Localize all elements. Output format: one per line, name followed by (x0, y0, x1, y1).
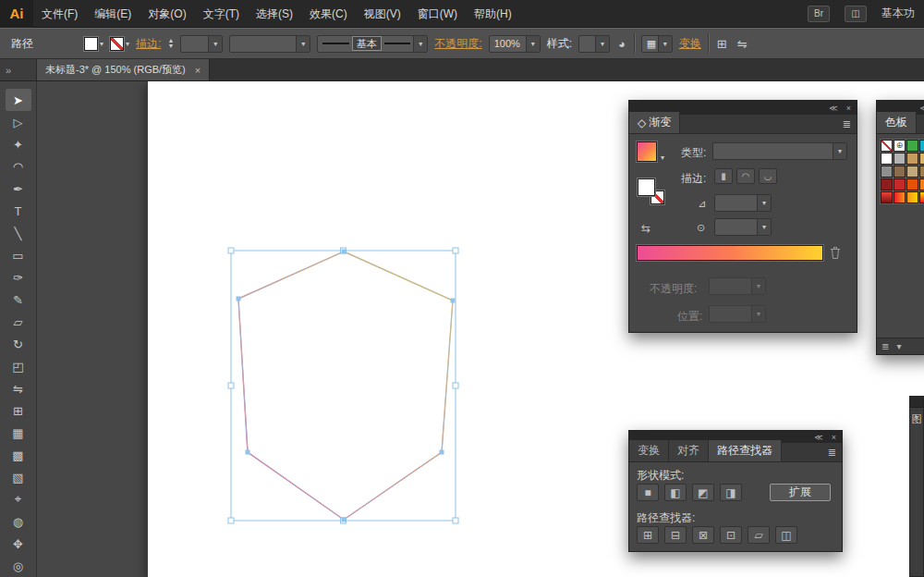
stroke-weight-stepper[interactable]: ▲▼ (167, 38, 174, 49)
reverse-gradient-icon[interactable]: ⇆ (641, 222, 650, 235)
minus-front-button[interactable]: ◧ (664, 484, 687, 501)
swatch-gradient-yellow-red[interactable] (919, 191, 924, 203)
arrange-documents-icon[interactable]: ◫ (845, 6, 867, 22)
swatch-brown[interactable] (894, 166, 906, 178)
tab-align[interactable]: 对齐 (669, 440, 709, 461)
perspective-grid-tool[interactable]: ▦ (6, 422, 31, 444)
paintbrush-tool[interactable]: ✑ (6, 266, 31, 288)
close-icon[interactable]: × (195, 65, 201, 76)
gradient-along-stroke-button[interactable]: ◠ (736, 168, 755, 184)
fill-color-control[interactable]: ▾ (84, 37, 103, 51)
fill-swatch[interactable] (84, 37, 98, 51)
gradient-aspect-dropdown[interactable]: ▾ (714, 218, 772, 236)
collapse-panel-icon[interactable]: ≪ (920, 104, 924, 113)
gradient-angle-dropdown[interactable]: ▾ (714, 194, 772, 212)
chevron-down-icon[interactable]: ▾ (413, 36, 427, 52)
tab-pathfinder[interactable]: 路径查找器 (709, 440, 782, 461)
pencil-tool[interactable]: ✎ (6, 288, 31, 311)
menu-item-2[interactable]: 对象(O) (140, 0, 194, 28)
chevron-down-icon[interactable]: ▾ (526, 36, 540, 52)
mesh-tool[interactable]: ▩ (6, 444, 31, 466)
document-setup-dropdown[interactable]: ▦ ▾ (641, 35, 673, 53)
chevron-down-icon[interactable]: ▾ (757, 195, 771, 211)
fill-proxy-swatch[interactable] (638, 178, 655, 196)
menu-item-3[interactable]: 文字(T) (195, 0, 248, 28)
panel-options-icon[interactable]: ▾ (896, 341, 901, 351)
swatch-cyan[interactable] (919, 140, 924, 152)
close-icon[interactable]: × (846, 104, 851, 113)
swatch-gradient-orange-yellow[interactable] (906, 191, 918, 203)
magic-wand-tool[interactable]: ✦ (6, 133, 31, 155)
width-tool[interactable]: ⇋ (6, 377, 31, 399)
bridge-icon[interactable]: Br (808, 6, 830, 22)
swatch-dark-red[interactable] (881, 178, 893, 190)
stop-position-dropdown[interactable]: ▾ (709, 305, 766, 323)
blend-tool[interactable]: ◍ (6, 510, 31, 533)
merge-button[interactable]: ⊠ (692, 526, 714, 544)
swatch-gray-light[interactable] (894, 153, 906, 165)
swatch-tan[interactable] (906, 153, 918, 165)
gradient-type-dropdown[interactable]: ▾ (712, 142, 847, 160)
chevron-down-icon[interactable]: ▾ (208, 36, 222, 52)
swatch-kinds-icon[interactable]: ≣ (881, 341, 889, 351)
transform-link[interactable]: 变换 (679, 36, 701, 52)
direct-selection-tool[interactable]: ▷ (6, 111, 31, 133)
delete-stop-icon[interactable] (830, 246, 841, 263)
swatch-gradient-red-orange[interactable] (894, 191, 906, 203)
menu-item-1[interactable]: 编辑(E) (86, 0, 140, 28)
menu-item-8[interactable]: 帮助(H) (466, 0, 520, 28)
swatch-gradient-red[interactable] (881, 191, 893, 203)
collapse-panel-icon[interactable]: ≪ (829, 104, 837, 113)
panel-menu-icon[interactable]: ≣ (843, 118, 851, 130)
stroke-color-control[interactable]: ▾ (110, 37, 129, 51)
intersect-button[interactable]: ◩ (692, 484, 714, 501)
menu-item-7[interactable]: 窗口(W) (409, 0, 466, 28)
gradient-slider[interactable] (637, 245, 823, 261)
free-transform-tool[interactable]: ⊞ (6, 399, 31, 422)
swatch-beige[interactable] (906, 166, 918, 178)
rectangle-tool[interactable]: ▭ (6, 244, 31, 266)
swatch-red[interactable] (894, 178, 906, 190)
close-icon[interactable]: × (832, 433, 836, 442)
lasso-tool[interactable]: ◠ (6, 155, 31, 178)
align-icon[interactable]: ⊞ (715, 37, 729, 51)
swatch-green[interactable] (906, 140, 918, 152)
gradient-thumbnail[interactable] (637, 141, 657, 162)
gradient-across-stroke-button[interactable]: ◡ (759, 168, 777, 184)
swatch-amber[interactable] (919, 178, 924, 190)
document-tab[interactable]: 未标题-3* @ 150% (RGB/预览) × (37, 59, 210, 80)
opacity-link[interactable]: 不透明度: (434, 36, 481, 52)
tab-gradient[interactable]: ◇ 渐变 (629, 112, 680, 133)
trim-button[interactable]: ⊟ (664, 526, 687, 544)
menu-item-4[interactable]: 选择(S) (248, 0, 301, 28)
brush-definition-dropdown[interactable]: 基本 ▾ (317, 35, 428, 53)
tab-transform[interactable]: 变换 (629, 440, 669, 461)
scale-tool[interactable]: ◰ (6, 355, 31, 377)
chevron-down-icon[interactable]: ▾ (757, 219, 771, 235)
gradient-within-stroke-button[interactable]: ▮ (714, 168, 733, 184)
style-dropdown[interactable]: ▾ (578, 35, 610, 53)
workspace-switcher[interactable]: 基本功 (881, 6, 924, 21)
zoom-tool[interactable]: ◎ (6, 555, 31, 577)
swatch-white[interactable] (881, 153, 893, 165)
swatch-registration[interactable]: ⊕ (894, 140, 906, 152)
menu-item-0[interactable]: 文件(F) (33, 0, 86, 28)
swatch-ochre[interactable] (919, 166, 924, 178)
stroke-swatch[interactable] (110, 37, 124, 51)
eraser-tool[interactable]: ▱ (6, 311, 31, 333)
stroke-weight-field[interactable]: ▾ (180, 35, 223, 53)
pen-tool[interactable]: ✒ (6, 178, 31, 200)
exclude-button[interactable]: ◨ (720, 484, 742, 501)
panel-menu-icon[interactable]: ≣ (828, 447, 836, 459)
chevron-down-icon[interactable]: ▾ (296, 36, 310, 52)
chevron-down-icon[interactable]: ▾ (658, 36, 672, 52)
minus-back-button[interactable]: ◫ (775, 526, 797, 544)
recolor-artwork-icon[interactable]: ◕ (616, 37, 627, 51)
selection-tool[interactable]: ➤ (6, 89, 31, 111)
collapse-panel-icon[interactable]: ≪ (814, 433, 822, 442)
stroke-panel-link[interactable]: 描边: (136, 36, 161, 52)
crop-button[interactable]: ⊡ (720, 526, 742, 544)
swatch-sand[interactable] (919, 153, 924, 165)
toolbar-collapse-button[interactable]: » (0, 59, 37, 80)
gradient-tool[interactable]: ▧ (6, 466, 31, 488)
